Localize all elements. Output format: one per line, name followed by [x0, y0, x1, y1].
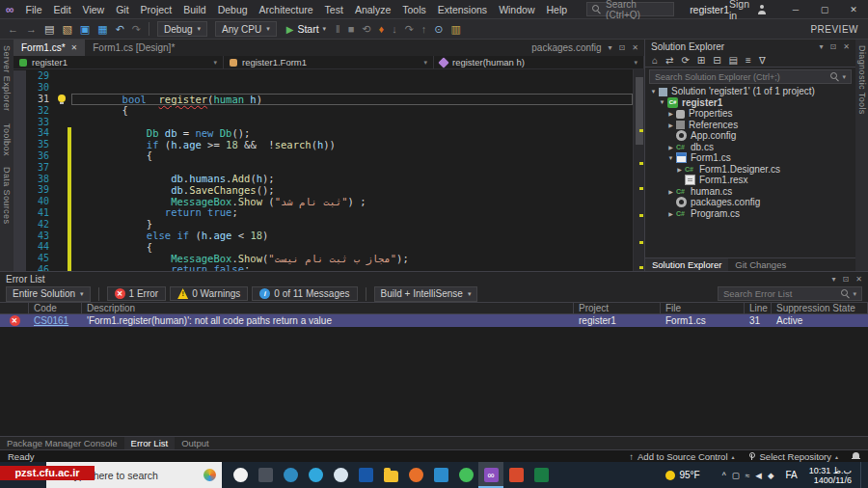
breakpoint-margin[interactable]	[14, 94, 26, 105]
edge-icon[interactable]	[278, 462, 303, 488]
expand-arrow-icon[interactable]: ▶	[666, 122, 675, 128]
cortana-icon[interactable]	[228, 462, 253, 488]
breakpoint-margin[interactable]	[14, 241, 26, 253]
menu-tools[interactable]: Tools	[396, 0, 432, 19]
panel-float-icon[interactable]: ⊡	[843, 275, 850, 284]
step-over-icon[interactable]: ↷	[401, 19, 418, 40]
code-line-35[interactable]: 35 if (h.age >= 18 && !search(h))	[14, 139, 633, 150]
save-icon[interactable]: ▣	[76, 19, 94, 40]
select-repository-button[interactable]: Select Repository ▴	[748, 451, 838, 462]
document-well-dropdown-icon[interactable]: ▾	[609, 43, 612, 52]
breakpoint-margin[interactable]	[14, 207, 26, 219]
quick-actions-bulb-icon[interactable]	[58, 95, 66, 102]
notifications-bell-icon[interactable]	[852, 452, 860, 461]
breakpoint-margin[interactable]	[14, 161, 26, 173]
tree-item-references[interactable]: ▶References	[645, 120, 855, 131]
sign-in-button[interactable]: Sign in	[729, 0, 764, 21]
breakpoint-margin[interactable]	[14, 173, 26, 184]
hidden-icons-chevron-icon[interactable]: ^	[722, 471, 726, 480]
editor-tab-form1-cs[interactable]: Form1.cs*✕	[14, 40, 85, 56]
side-tab-diagnostic-tools[interactable]: Diagnostic Tools	[857, 40, 867, 121]
menu-view[interactable]: View	[77, 0, 111, 19]
filter-1-error[interactable]: ✕1 Error	[107, 286, 167, 301]
clock[interactable]: 10:31 ب.ظ 1400/11/6	[809, 466, 852, 485]
code-line-43[interactable]: 43 else if (h.age < 18)	[14, 230, 633, 241]
code-line-37[interactable]: 37	[14, 161, 633, 173]
panel-tab-package-manager-console[interactable]: Package Manager Console	[0, 437, 124, 449]
editor-tab-form1-cs-design[interactable]: Form1.cs [Design]*	[85, 40, 182, 56]
maximize-button[interactable]: ▢	[810, 0, 839, 18]
code-line-38[interactable]: 38 db.humans.Add(h);	[14, 173, 633, 184]
firefox-icon[interactable]	[403, 462, 428, 488]
save-all-icon[interactable]: ▦	[94, 19, 111, 40]
column-header-code[interactable]: Code	[29, 303, 82, 313]
side-tab-server-explorer[interactable]: Server Explorer	[2, 40, 12, 118]
navigate-back-icon[interactable]: ←	[4, 19, 22, 40]
weather-widget[interactable]: 95°F	[665, 470, 699, 480]
tree-item-properties[interactable]: ▶Properties	[645, 108, 855, 120]
redo-icon[interactable]: ↷	[128, 19, 145, 40]
collapse-arrow-icon[interactable]: ▼	[649, 89, 658, 95]
code-line-33[interactable]: 33	[14, 116, 633, 127]
new-project-icon[interactable]: ▤	[41, 19, 58, 40]
editor-scrollbar[interactable]	[633, 69, 644, 271]
volume-icon[interactable]: ◀	[755, 471, 762, 480]
breakpoint-margin[interactable]	[14, 196, 26, 207]
refresh-icon[interactable]: ⟳	[678, 55, 692, 66]
code-line-42[interactable]: 42 }	[14, 218, 633, 230]
tree-item-db-cs[interactable]: ▶db.cs	[645, 142, 855, 153]
menu-file[interactable]: File	[20, 0, 48, 19]
stop-icon[interactable]: ■	[344, 19, 359, 40]
minimize-button[interactable]: ─	[781, 0, 810, 18]
code-line-34[interactable]: 34 Db db = new Db();	[14, 127, 633, 139]
expand-arrow-icon[interactable]: ▶	[666, 110, 675, 117]
breakpoint-margin[interactable]	[14, 70, 26, 82]
onedrive-icon[interactable]: ▢	[732, 471, 740, 480]
column-header-suppression-state[interactable]: Suppression State	[772, 303, 868, 313]
breakpoint-margin[interactable]	[14, 139, 26, 150]
panel-tab-solution-explorer[interactable]: Solution Explorer	[645, 258, 728, 271]
close-document-icon[interactable]: ✕	[632, 43, 638, 52]
close-tab-icon[interactable]: ✕	[71, 43, 78, 52]
menu-edit[interactable]: Edit	[47, 0, 76, 19]
expand-arrow-icon[interactable]: ▶	[666, 144, 675, 150]
nest-icon[interactable]: ⊞	[694, 55, 708, 66]
visual-studio-icon[interactable]: ∞	[478, 462, 503, 488]
menu-project[interactable]: Project	[135, 0, 178, 19]
breadcrumb-register1[interactable]: register1▾	[14, 56, 224, 68]
tree-item-human-cs[interactable]: ▶human.cs	[645, 186, 855, 198]
tree-item-solution-register1-1-of-1-project[interactable]: ▼Solution 'register1' (1 of 1 project)	[645, 86, 855, 97]
menu-git[interactable]: Git	[110, 0, 134, 19]
column-header-project[interactable]: Project	[574, 303, 661, 313]
panel-close-icon[interactable]: ✕	[855, 275, 862, 284]
menu-architecture[interactable]: Architecture	[254, 0, 319, 19]
tree-item-register1[interactable]: ▼register1	[645, 97, 855, 109]
breakpoint-margin[interactable]	[14, 230, 26, 241]
column-header-description[interactable]: Description	[82, 303, 574, 313]
close-button[interactable]: ✕	[839, 0, 868, 18]
menu-analyze[interactable]: Analyze	[349, 0, 396, 19]
skype-icon[interactable]	[328, 462, 353, 488]
whatsapp-icon[interactable]	[453, 462, 478, 488]
tree-item-form1-designer-cs[interactable]: ▶Form1.Designer.cs	[645, 164, 855, 176]
open-file-icon[interactable]: ▧	[58, 19, 75, 40]
panel-tab-output[interactable]: Output	[175, 437, 216, 449]
collapse-all-icon[interactable]: ⊟	[710, 55, 723, 66]
undo-icon[interactable]: ↶	[112, 19, 128, 40]
breakpoint-margin[interactable]	[14, 184, 26, 196]
side-tab-toolbox[interactable]: Toolbox	[2, 118, 12, 162]
panel-close-icon[interactable]: ✕	[843, 42, 850, 51]
collapse-arrow-icon[interactable]: ▼	[666, 155, 675, 161]
error-source-dropdown[interactable]: Build + IntelliSense ▾	[374, 286, 478, 302]
step-into-icon[interactable]: ↓	[388, 19, 401, 40]
menu-debug[interactable]: Debug	[212, 0, 254, 19]
collapse-arrow-icon[interactable]: ▼	[658, 99, 666, 105]
code-line-32[interactable]: 32 {	[14, 104, 633, 116]
code-line-41[interactable]: 41 return true;	[14, 207, 633, 219]
panel-dropdown-icon[interactable]: ▾	[820, 42, 824, 51]
network-icon[interactable]: ≈	[746, 471, 750, 480]
panel-dropdown-icon[interactable]: ▾	[832, 275, 836, 284]
code-line-36[interactable]: 36 {	[14, 150, 633, 162]
solution-configurations-icon[interactable]: ▥	[448, 19, 465, 40]
code-line-46[interactable]: 46 return false;	[14, 264, 633, 271]
